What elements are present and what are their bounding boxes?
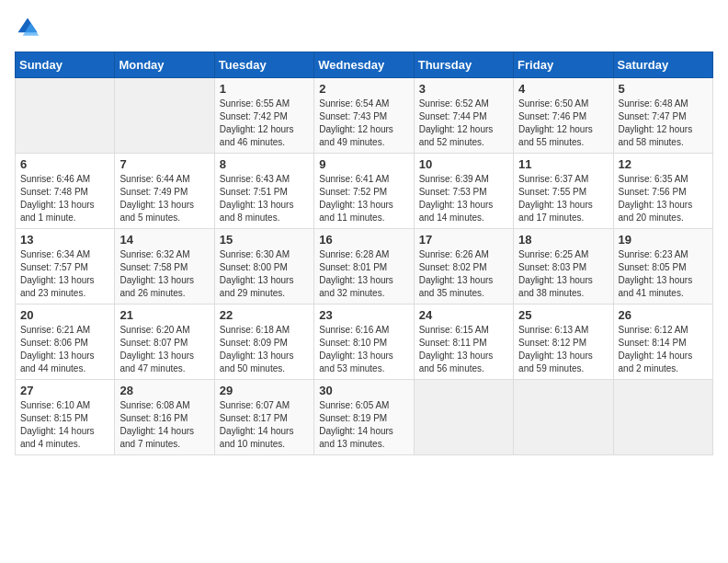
calendar-week-5: 27Sunrise: 6:10 AMSunset: 8:15 PMDayligh…	[16, 380, 713, 455]
day-number: 22	[220, 308, 309, 322]
day-number: 2	[319, 82, 408, 96]
calendar-table: SundayMondayTuesdayWednesdayThursdayFrid…	[15, 52, 713, 455]
day-number: 4	[518, 82, 608, 96]
calendar-week-4: 20Sunrise: 6:21 AMSunset: 8:06 PMDayligh…	[16, 304, 713, 380]
day-info: Sunrise: 6:28 AMSunset: 8:01 PMDaylight:…	[319, 248, 408, 300]
day-number: 17	[419, 233, 508, 247]
day-number: 26	[619, 308, 708, 322]
day-number: 5	[619, 82, 708, 96]
day-info: Sunrise: 6:26 AMSunset: 8:02 PMDaylight:…	[419, 248, 508, 300]
day-info: Sunrise: 6:05 AMSunset: 8:19 PMDaylight:…	[319, 399, 408, 451]
day-info: Sunrise: 6:12 AMSunset: 8:14 PMDaylight:…	[619, 324, 708, 375]
logo-icon	[15, 15, 40, 40]
column-header-wednesday: Wednesday	[314, 52, 414, 78]
calendar-cell	[16, 78, 115, 154]
day-number: 13	[20, 233, 109, 247]
day-info: Sunrise: 6:35 AMSunset: 7:56 PMDaylight:…	[619, 173, 708, 224]
day-number: 10	[419, 157, 508, 171]
day-number: 18	[518, 233, 608, 247]
day-info: Sunrise: 6:44 AMSunset: 7:49 PMDaylight:…	[119, 173, 209, 224]
day-number: 7	[119, 157, 209, 171]
day-number: 11	[518, 157, 608, 171]
calendar-week-2: 6Sunrise: 6:46 AMSunset: 7:48 PMDaylight…	[16, 154, 713, 229]
day-number: 21	[119, 308, 209, 322]
calendar-week-3: 13Sunrise: 6:34 AMSunset: 7:57 PMDayligh…	[16, 229, 713, 304]
day-info: Sunrise: 6:30 AMSunset: 8:00 PMDaylight:…	[220, 248, 309, 300]
calendar-week-1: 1Sunrise: 6:55 AMSunset: 7:42 PMDaylight…	[16, 78, 713, 154]
day-info: Sunrise: 6:20 AMSunset: 8:07 PMDaylight:…	[119, 324, 209, 375]
day-info: Sunrise: 6:37 AMSunset: 7:55 PMDaylight:…	[518, 173, 608, 224]
calendar-cell: 12Sunrise: 6:35 AMSunset: 7:56 PMDayligh…	[613, 154, 712, 229]
day-info: Sunrise: 6:21 AMSunset: 8:06 PMDaylight:…	[20, 324, 109, 375]
day-number: 29	[220, 384, 309, 397]
calendar-cell: 9Sunrise: 6:41 AMSunset: 7:52 PMDaylight…	[314, 154, 414, 229]
day-info: Sunrise: 6:18 AMSunset: 8:09 PMDaylight:…	[220, 324, 309, 375]
calendar-cell	[115, 78, 214, 154]
calendar-cell: 15Sunrise: 6:30 AMSunset: 8:00 PMDayligh…	[214, 229, 313, 304]
calendar-cell: 21Sunrise: 6:20 AMSunset: 8:07 PMDayligh…	[115, 304, 214, 380]
day-info: Sunrise: 6:43 AMSunset: 7:51 PMDaylight:…	[220, 173, 309, 224]
logo	[15, 15, 44, 40]
day-number: 20	[20, 308, 109, 322]
calendar-header: SundayMondayTuesdayWednesdayThursdayFrid…	[16, 52, 713, 78]
day-info: Sunrise: 6:52 AMSunset: 7:44 PMDaylight:…	[419, 98, 508, 149]
calendar-cell	[414, 380, 513, 455]
day-number: 25	[518, 308, 608, 322]
day-info: Sunrise: 6:48 AMSunset: 7:47 PMDaylight:…	[619, 98, 708, 149]
column-header-tuesday: Tuesday	[214, 52, 313, 78]
day-info: Sunrise: 6:07 AMSunset: 8:17 PMDaylight:…	[220, 399, 309, 451]
day-info: Sunrise: 6:15 AMSunset: 8:11 PMDaylight:…	[419, 324, 508, 375]
day-info: Sunrise: 6:16 AMSunset: 8:10 PMDaylight:…	[319, 324, 408, 375]
calendar-body: 1Sunrise: 6:55 AMSunset: 7:42 PMDaylight…	[16, 78, 713, 455]
calendar-cell: 8Sunrise: 6:43 AMSunset: 7:51 PMDaylight…	[214, 154, 313, 229]
day-info: Sunrise: 6:54 AMSunset: 7:43 PMDaylight:…	[319, 98, 408, 149]
day-number: 15	[220, 233, 309, 247]
day-info: Sunrise: 6:39 AMSunset: 7:53 PMDaylight:…	[419, 173, 508, 224]
calendar-cell: 26Sunrise: 6:12 AMSunset: 8:14 PMDayligh…	[613, 304, 712, 380]
day-info: Sunrise: 6:34 AMSunset: 7:57 PMDaylight:…	[20, 248, 109, 300]
calendar-cell	[613, 380, 712, 455]
day-info: Sunrise: 6:23 AMSunset: 8:05 PMDaylight:…	[619, 248, 708, 300]
calendar-cell: 5Sunrise: 6:48 AMSunset: 7:47 PMDaylight…	[613, 78, 712, 154]
day-number: 14	[119, 233, 209, 247]
calendar-cell: 6Sunrise: 6:46 AMSunset: 7:48 PMDaylight…	[16, 154, 115, 229]
calendar-cell: 24Sunrise: 6:15 AMSunset: 8:11 PMDayligh…	[414, 304, 513, 380]
day-number: 28	[119, 384, 209, 397]
calendar-cell: 2Sunrise: 6:54 AMSunset: 7:43 PMDaylight…	[314, 78, 414, 154]
day-info: Sunrise: 6:46 AMSunset: 7:48 PMDaylight:…	[20, 173, 109, 224]
day-number: 12	[619, 157, 708, 171]
calendar-cell: 10Sunrise: 6:39 AMSunset: 7:53 PMDayligh…	[414, 154, 513, 229]
day-number: 24	[419, 308, 508, 322]
calendar-cell: 29Sunrise: 6:07 AMSunset: 8:17 PMDayligh…	[214, 380, 313, 455]
day-number: 30	[319, 384, 408, 397]
day-number: 1	[220, 82, 309, 96]
day-number: 23	[319, 308, 408, 322]
day-number: 6	[20, 157, 109, 171]
day-number: 9	[319, 157, 408, 171]
calendar-cell: 18Sunrise: 6:25 AMSunset: 8:03 PMDayligh…	[514, 229, 613, 304]
calendar-cell: 30Sunrise: 6:05 AMSunset: 8:19 PMDayligh…	[314, 380, 414, 455]
calendar-cell: 13Sunrise: 6:34 AMSunset: 7:57 PMDayligh…	[16, 229, 115, 304]
day-number: 8	[220, 157, 309, 171]
day-info: Sunrise: 6:55 AMSunset: 7:42 PMDaylight:…	[220, 98, 309, 149]
day-info: Sunrise: 6:08 AMSunset: 8:16 PMDaylight:…	[119, 399, 209, 451]
calendar-cell: 14Sunrise: 6:32 AMSunset: 7:58 PMDayligh…	[115, 229, 214, 304]
calendar-cell: 19Sunrise: 6:23 AMSunset: 8:05 PMDayligh…	[613, 229, 712, 304]
day-info: Sunrise: 6:13 AMSunset: 8:12 PMDaylight:…	[518, 324, 608, 375]
day-info: Sunrise: 6:41 AMSunset: 7:52 PMDaylight:…	[319, 173, 408, 224]
calendar-cell: 27Sunrise: 6:10 AMSunset: 8:15 PMDayligh…	[16, 380, 115, 455]
calendar-cell	[514, 380, 613, 455]
day-info: Sunrise: 6:25 AMSunset: 8:03 PMDaylight:…	[518, 248, 608, 300]
calendar-cell: 28Sunrise: 6:08 AMSunset: 8:16 PMDayligh…	[115, 380, 214, 455]
column-header-thursday: Thursday	[414, 52, 513, 78]
calendar-cell: 3Sunrise: 6:52 AMSunset: 7:44 PMDaylight…	[414, 78, 513, 154]
day-number: 19	[619, 233, 708, 247]
calendar-cell: 17Sunrise: 6:26 AMSunset: 8:02 PMDayligh…	[414, 229, 513, 304]
column-header-saturday: Saturday	[613, 52, 712, 78]
day-info: Sunrise: 6:10 AMSunset: 8:15 PMDaylight:…	[20, 399, 109, 451]
day-number: 27	[20, 384, 109, 397]
column-header-monday: Monday	[115, 52, 214, 78]
calendar-cell: 20Sunrise: 6:21 AMSunset: 8:06 PMDayligh…	[16, 304, 115, 380]
column-header-sunday: Sunday	[16, 52, 115, 78]
day-number: 3	[419, 82, 508, 96]
